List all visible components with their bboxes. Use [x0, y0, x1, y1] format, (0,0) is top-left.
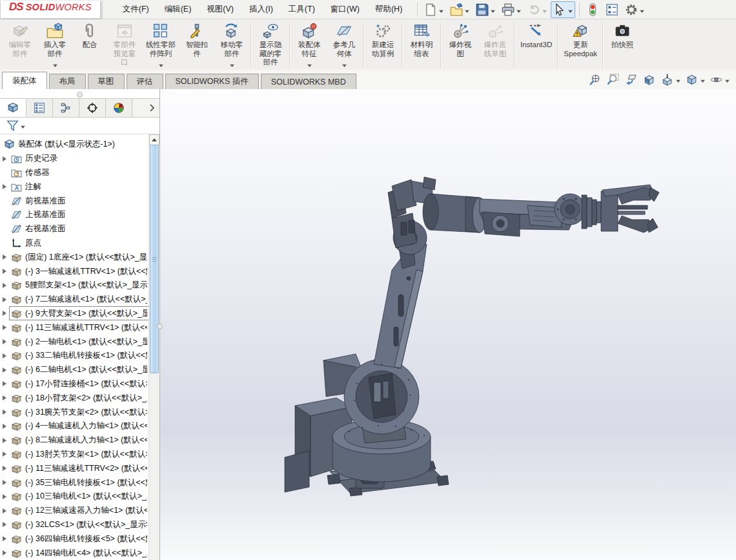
dropdown-caret-icon[interactable]: [516, 4, 521, 16]
tree-item[interactable]: 右视基准面: [0, 222, 149, 236]
tree-item[interactable]: 上视基准面: [0, 208, 149, 222]
menu-item-6[interactable]: 帮助(H): [367, 0, 410, 19]
undo-button[interactable]: [525, 1, 549, 18]
tree-item-content[interactable]: 右视基准面: [9, 222, 149, 236]
ribbon-tab-5[interactable]: SOLIDWORKS MBD: [261, 74, 356, 89]
expand-arrow-icon[interactable]: [0, 550, 9, 555]
dropdown-caret-icon[interactable]: [230, 58, 234, 71]
tree-item[interactable]: 前视基准面: [0, 194, 149, 208]
dropdown-caret-icon[interactable]: [542, 4, 547, 16]
tree-item[interactable]: (-) 11三轴减速机TTRV<1> (默认<<默认>_显示状态-1>): [0, 320, 149, 335]
ribbon-tab-0[interactable]: 装配体: [2, 72, 47, 89]
tree-item-content[interactable]: 传感器: [9, 166, 149, 180]
menu-item-0[interactable]: 文件(F): [115, 0, 157, 19]
tree-item-content[interactable]: (-) 33二轴电机转接板<1> (默认<<默认>_显示状态-1>): [9, 349, 149, 363]
tree-item[interactable]: 传感器: [0, 166, 149, 180]
tree-item-content[interactable]: 上视基准面: [9, 208, 149, 222]
tree-item[interactable]: (-) 11三轴减速机TTRV<2> (默认<<默认>_显示状态-1>): [0, 461, 149, 475]
expand-arrow-icon[interactable]: [0, 269, 9, 274]
dropdown-caret-icon[interactable]: [676, 74, 680, 85]
tree-item[interactable]: (-) 10三轴电机<1> (默认<<默认>_显示状态-1>): [0, 490, 149, 504]
cmd-bom-button[interactable]: 材料明 细表: [404, 19, 439, 70]
tree-item-content[interactable]: 5腰部支架<1> (默认<<默认>_显示状态-1>): [9, 278, 149, 293]
expand-arrow-icon[interactable]: [0, 325, 9, 330]
cmd-speedpak-button[interactable]: 更新 Speedpak: [560, 19, 601, 70]
expand-arrow-icon[interactable]: [0, 368, 9, 373]
tree-item-content[interactable]: (-) 11三轴减速机TTRV<1> (默认<<默认>_显示状态-1>): [9, 320, 149, 335]
dropdown-caret-icon[interactable]: [53, 58, 57, 71]
tree-item[interactable]: (-) 36四轴电机转接板<5> (默认<<默认>_显示状态-1>): [0, 532, 149, 546]
save-button[interactable]: [473, 1, 498, 18]
tree-item-content[interactable]: 前视基准面: [9, 194, 149, 208]
tree-root-item[interactable]: 装配体 (默认<显示状态-1>): [0, 138, 149, 152]
dropdown-caret-icon[interactable]: [307, 58, 312, 71]
dropdown-caret-icon[interactable]: [159, 58, 163, 71]
featuremanager-tree-tab[interactable]: [0, 99, 26, 117]
tree-item[interactable]: (固定) 1底座<1> (默认<<默认>_显示状态-1>): [0, 250, 149, 264]
menu-item-4[interactable]: 工具(T): [281, 0, 323, 19]
expand-arrow-icon[interactable]: [0, 156, 9, 161]
tree-item[interactable]: (-) 33二轴电机转接板<1> (默认<<默认>_显示状态-1>): [0, 349, 149, 363]
tree-item-content[interactable]: (-) 3一轴减速机TTRV<1> (默认<<默认>_显示状态-1>): [9, 264, 149, 278]
zoom-to-fit-button[interactable]: [588, 73, 602, 87]
tree-item-content[interactable]: (固定) 1底座<1> (默认<<默认>_显示状态-1>): [9, 250, 149, 264]
tree-item-content[interactable]: 原点: [9, 236, 149, 250]
tree-item[interactable]: (-) 9大臂支架<1> (默认<<默认>_显示状态-1>): [0, 307, 149, 321]
expand-arrow-icon[interactable]: [0, 410, 9, 415]
dropdown-caret-icon[interactable]: [725, 74, 730, 85]
tree-item-content[interactable]: (-) 35三轴电机转接板<1> (默认<<默认>_显示状态-1>): [9, 475, 149, 490]
ribbon-tab-2[interactable]: 草图: [88, 74, 125, 89]
expand-arrow-icon[interactable]: [0, 424, 9, 429]
cmd-exploded-view-button[interactable]: 爆炸视 图: [443, 19, 478, 70]
cmd-edit-component-button[interactable]: 编辑零 部件: [3, 19, 37, 70]
tree-item-content[interactable]: (-) 4一轴减速机入力轴<1> (默认<<默认>_显示状态-1>): [9, 419, 149, 433]
cmd-instant3d-button[interactable]: Instant3D: [516, 19, 556, 70]
tree-item[interactable]: (-) 32LCS<1> (默认<<默认>_显示状态-1>): [0, 518, 149, 532]
tree-item[interactable]: (-) 12三轴减速器入力轴<1> (默认<<默认>_显示状态-1>): [0, 504, 149, 518]
tree-item[interactable]: 历史记录: [0, 152, 149, 166]
cmd-mate-button[interactable]: 配合: [72, 19, 107, 70]
dropdown-caret-icon[interactable]: [465, 4, 469, 16]
tree-item[interactable]: (-) 14四轴电机<4> (默认<<默认>_显示状态-1>): [0, 546, 149, 560]
dimxpertmanager-tab[interactable]: [79, 99, 106, 117]
tree-item-content[interactable]: (-) 12三轴减速器入力轴<1> (默认<<默认>_显示状态-1>): [9, 504, 149, 518]
tree-item-content[interactable]: (-) 7二轴减速机<1> (默认<<默认>_显示状态-1>): [9, 293, 149, 307]
expand-arrow-icon[interactable]: [0, 283, 9, 288]
robot-arm-model[interactable]: [272, 173, 672, 508]
panel-tabs-expand-button[interactable]: [144, 99, 159, 117]
dropdown-caret-icon[interactable]: [21, 119, 25, 131]
view-orientation-button[interactable]: [660, 73, 680, 87]
expand-arrow-icon[interactable]: [0, 297, 9, 302]
cmd-motion-study-button[interactable]: 新建运 动算例: [365, 19, 400, 70]
tree-scrollbar[interactable]: [148, 134, 159, 560]
expand-arrow-icon[interactable]: [0, 339, 9, 344]
tree-item[interactable]: (-) 7二轴减速机<1> (默认<<默认>_显示状态-1>): [0, 293, 149, 307]
display-style-button[interactable]: [685, 73, 705, 87]
dropdown-caret-icon[interactable]: [439, 4, 444, 16]
expand-arrow-icon[interactable]: [0, 381, 9, 386]
expand-arrow-icon[interactable]: [0, 353, 9, 358]
expand-arrow-icon[interactable]: [0, 395, 9, 400]
cmd-assembly-features-button[interactable]: 装配体 特征: [292, 19, 327, 70]
graphics-area[interactable]: [160, 89, 736, 560]
cmd-snapshot-button[interactable]: 拍快照: [605, 19, 640, 70]
tree-item[interactable]: (-) 6二轴电机<1> (默认<<默认>_显示状态-1>): [0, 363, 149, 377]
menu-item-5[interactable]: 窗口(W): [323, 0, 367, 19]
tree-item-content[interactable]: (-) 6二轴电机<1> (默认<<默认>_显示状态-1>): [9, 363, 149, 377]
cmd-explode-sketch-button[interactable]: 爆炸直 线草图: [478, 19, 513, 70]
open-document-button[interactable]: [447, 1, 472, 18]
tree-item-content[interactable]: (-) 18小臂支架<2> (默认<<默认>_显示状态-1>): [9, 391, 149, 405]
tree-item-content[interactable]: (-) 11三轴减速机TTRV<2> (默认<<默认>_显示状态-1>): [9, 461, 149, 475]
section-view-button[interactable]: [642, 73, 656, 87]
tree-item[interactable]: A注解: [0, 180, 149, 194]
expand-arrow-icon[interactable]: [0, 451, 9, 457]
cmd-show-hidden-button[interactable]: 显示隐 藏的零 部件: [253, 19, 288, 70]
menu-item-3[interactable]: 插入(I): [241, 0, 281, 19]
expand-arrow-icon[interactable]: [0, 480, 9, 485]
expand-arrow-icon[interactable]: [0, 522, 9, 527]
zoom-to-area-button[interactable]: [606, 73, 620, 87]
cmd-insert-component-button[interactable]: 插入零 部件: [37, 19, 72, 70]
options-button[interactable]: [622, 1, 647, 18]
expand-arrow-icon[interactable]: [0, 184, 9, 189]
tree-item[interactable]: 原点: [0, 236, 149, 251]
